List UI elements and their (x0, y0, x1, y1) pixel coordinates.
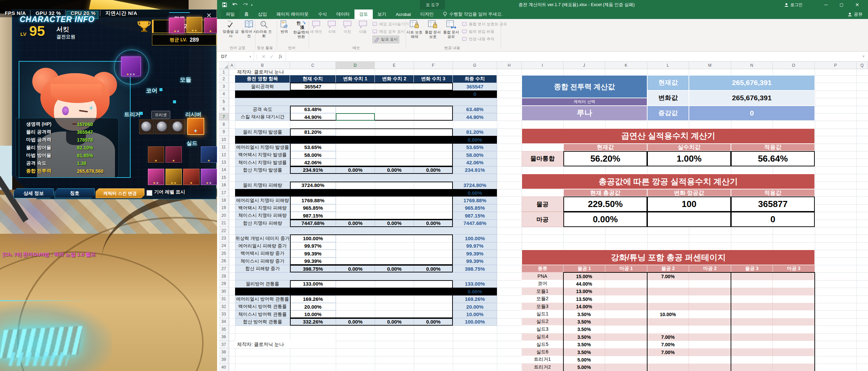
row-header-32[interactable]: 32 (219, 303, 229, 310)
cell-G9[interactable]: 81.20% (453, 128, 497, 136)
row-header-4[interactable]: 4 (219, 90, 229, 98)
enhance-cell-실드6-물공 1[interactable]: 3.50% (563, 348, 605, 356)
redo-icon[interactable] (242, 2, 248, 9)
cell-C12[interactable]: 58.00% (290, 151, 336, 159)
cell-C26[interactable]: 99.39% (290, 257, 336, 265)
enhance-cell-실드2-마공 2[interactable] (689, 318, 731, 326)
cell-B13[interactable]: 체이스시 치명타 발생률 (235, 159, 290, 166)
cell-G33[interactable]: 10.00% (453, 310, 497, 318)
row-header-16[interactable]: 16 (219, 182, 229, 189)
cell-sep-row-22[interactable] (235, 227, 497, 234)
row-header-34[interactable]: 34 (219, 318, 229, 326)
cell-B32[interactable]: 백어택시 방어력 관통률 (235, 303, 290, 310)
character-select-value[interactable]: 루나 (522, 106, 647, 121)
cell-C24[interactable]: 99.97% (290, 242, 336, 250)
cell-B9[interactable]: 물리 치명타 발생률 (235, 128, 290, 136)
enhance-cell-실드5-물공 1[interactable]: 3.50% (563, 341, 605, 348)
enhance-cell-모듈2-물공 1[interactable]: 13.50% (563, 295, 605, 303)
row-header-18[interactable]: 18 (219, 197, 229, 204)
column-header-G[interactable]: G (453, 62, 497, 69)
cell-B1[interactable]: 제작자: 클로저닉 눈나 (235, 69, 336, 75)
cell-B37[interactable]: 제작자: 클로저닉 눈나 (235, 341, 336, 348)
enhance-cell-코어-물공 1[interactable]: 44.00% (563, 280, 605, 288)
shield-item-slot[interactable]: ★ (183, 169, 199, 185)
cell-G31[interactable]: 169.26% (453, 295, 497, 303)
shield-item-slot[interactable]: ★ (148, 146, 164, 163)
enhance-cell-실드3-마공 2[interactable] (689, 326, 731, 333)
enhance-cell-실드1-물공 1[interactable]: 3.50% (563, 310, 605, 318)
gear-item-slot[interactable] (139, 119, 154, 134)
cell-G14[interactable]: 234.91% (453, 166, 497, 174)
enhance-cell-PNA-물공 2[interactable]: 7.00% (647, 272, 689, 280)
cell-F34[interactable]: 0.00% (414, 318, 453, 326)
enhance-cell-실드3-마공 3[interactable] (773, 326, 815, 333)
cell-B16[interactable]: 물리 치명타 피해량 (235, 182, 290, 189)
row-header-2[interactable]: 2 (219, 75, 229, 83)
cell-G7[interactable]: 44.90% (453, 113, 497, 121)
row-header-37[interactable]: 37 (219, 341, 229, 348)
row-header-26[interactable]: 26 (219, 257, 229, 265)
enhance-cell-실드1-마공 1[interactable] (605, 310, 647, 318)
ribbon-button-메모 모두 표시[interactable]: 메모 모두 표시 (372, 28, 405, 35)
enhance-cell-트리거1-물공 3[interactable] (731, 356, 773, 364)
signin-button[interactable]: 로그인 (784, 0, 803, 9)
enhance-cell-모듈3-마공 2[interactable] (689, 303, 731, 310)
cell-B7[interactable]: 스킬 재사용 대기시간 (235, 113, 290, 121)
gear-item-slot[interactable] (155, 119, 170, 134)
mult-value-적용값[interactable]: 56.64% (731, 151, 815, 166)
column-header-I[interactable]: I (522, 62, 563, 69)
row-header-39[interactable]: 39 (219, 356, 229, 364)
close-window-icon[interactable]: ✕ (849, 0, 865, 9)
enhance-cell-트리거1-물공 1[interactable]: 5.00% (563, 356, 605, 364)
cell-G27[interactable]: 398.75% (453, 265, 497, 272)
row-header-38[interactable]: 38 (219, 348, 229, 356)
cell-C21[interactable]: 7447.68% (290, 220, 336, 227)
column-header-P[interactable]: P (815, 62, 856, 69)
column-header-L[interactable]: L (647, 62, 689, 69)
column-header-Q[interactable]: Q (856, 62, 868, 69)
enhance-cell-실드4-마공 3[interactable] (773, 333, 815, 341)
row-header-23[interactable]: 23 (219, 234, 229, 242)
cell-C6[interactable]: 63.48% (290, 106, 336, 113)
ribbon-tab-데이터[interactable]: 데이터 (332, 9, 354, 19)
row-header-19[interactable]: 19 (219, 204, 229, 212)
cell-B34[interactable]: 합산 방어력 관통률 (235, 318, 290, 326)
cell-B18[interactable]: 에어리얼시 치명타 피해량 (235, 197, 290, 204)
enhance-cell-모듈2-물공 3[interactable] (731, 295, 773, 303)
cell-B12[interactable]: 백어택시 치명타 발생률 (235, 151, 290, 159)
ribbon-button-잉크 표시[interactable]: 잉크 표시 (372, 36, 399, 43)
ribbon-button-다음[interactable]: 다음 (355, 20, 370, 34)
cell-B26[interactable]: 체이스시 피해량 증가 (235, 257, 290, 265)
shield-item-slot[interactable]: ★★ (166, 169, 182, 185)
cell-D14[interactable]: 0.00% (336, 166, 375, 174)
row-header-24[interactable]: 24 (219, 242, 229, 250)
preset-button[interactable]: 프리셋 (151, 111, 170, 119)
enhance-cell-트리거2-마공 2[interactable] (689, 364, 731, 371)
cell-G30[interactable]: 0.00% (453, 288, 497, 295)
qat-dropdown-icon[interactable]: ▾ (251, 3, 253, 7)
attack-value-마공-0[interactable]: 0.00% (563, 212, 647, 227)
enhance-cell-트리거2-물공 1[interactable]: 5.00% (563, 364, 605, 371)
undo-icon[interactable] (232, 2, 238, 9)
enhance-cell-실드6-마공 3[interactable] (773, 348, 815, 356)
cell-E14[interactable]: 0.00% (375, 166, 414, 174)
enhance-cell-실드1-마공 2[interactable] (689, 310, 731, 318)
attack-value-물공-2[interactable]: 365877 (731, 197, 815, 212)
column-header-D[interactable]: D (336, 62, 375, 69)
row-header-17[interactable]: 17 (219, 189, 229, 197)
skin-change-button[interactable]: 캐릭터 스킨 변경 (96, 188, 144, 198)
attack-value-물공-0[interactable]: 229.50% (563, 197, 647, 212)
cell-black-row-30[interactable] (235, 288, 453, 295)
shield-item-slot[interactable]: ★ (201, 146, 217, 163)
power-row-value-증감값[interactable]: 0 (689, 106, 815, 121)
ribbon-button-삭제[interactable]: 삭제 (324, 20, 339, 34)
enhance-cell-PNA-물공 1[interactable]: 15.00% (563, 272, 605, 280)
cell-B14[interactable]: 합산 치명타 발생률 (235, 166, 290, 174)
enhance-cell-모듈3-마공 1[interactable] (605, 303, 647, 310)
enhance-cell-코어-마공 1[interactable] (605, 280, 647, 288)
cell-G3[interactable]: 365547 (453, 83, 497, 90)
enhance-cell-모듈1-마공 2[interactable] (689, 288, 731, 295)
cell-G21[interactable]: 7447.68% (453, 220, 497, 227)
cell-sep-row-5[interactable] (235, 98, 497, 105)
minimize-icon[interactable]: ─ (818, 0, 834, 9)
